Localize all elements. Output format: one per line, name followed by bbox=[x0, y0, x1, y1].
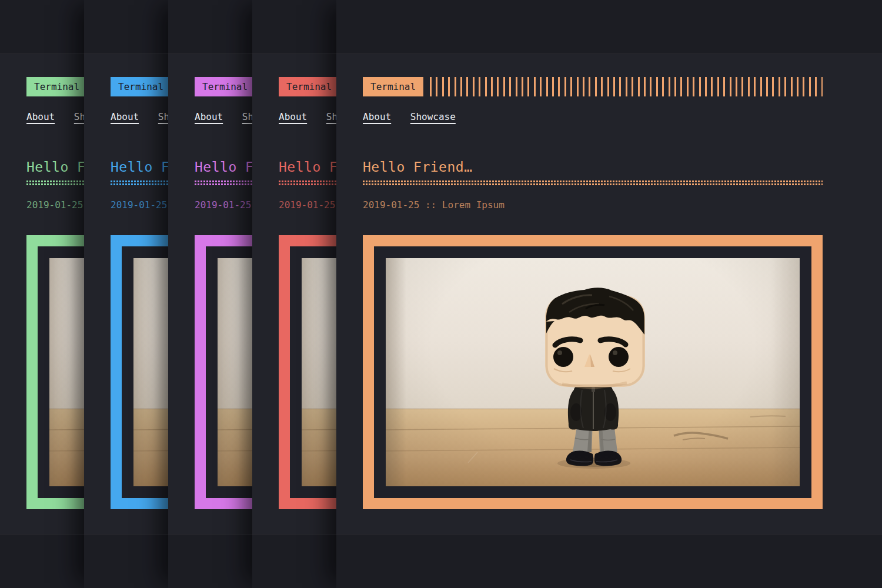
dot-row bbox=[363, 183, 823, 185]
post-title: Hello Friend… bbox=[363, 161, 823, 174]
site-header: Terminal bbox=[363, 77, 823, 96]
theme-showcase-stage: Terminal About Showcase Hello Friend… 20… bbox=[0, 0, 882, 588]
site-logo[interactable]: Terminal bbox=[26, 77, 87, 96]
nav-link-about[interactable]: About bbox=[195, 111, 223, 122]
theme-panel-orange: Terminal About Showcase Hello Friend… 20… bbox=[336, 0, 882, 588]
funko-pop-photo bbox=[386, 258, 800, 486]
site-logo[interactable]: Terminal bbox=[111, 77, 171, 96]
nav-link-about[interactable]: About bbox=[363, 111, 391, 122]
site-logo[interactable]: Terminal bbox=[195, 77, 255, 96]
header-bars-decoration bbox=[430, 77, 823, 96]
nav-link-about[interactable]: About bbox=[279, 111, 307, 122]
main-nav: About Showcase bbox=[363, 111, 823, 123]
photo-vignette bbox=[386, 258, 800, 486]
site-logo[interactable]: Terminal bbox=[363, 77, 423, 96]
post-meta: 2019-01-25 :: Lorem Ipsum bbox=[363, 201, 823, 209]
nav-link-about[interactable]: About bbox=[111, 111, 139, 122]
nav-link-about[interactable]: About bbox=[26, 111, 55, 122]
dot-row bbox=[363, 181, 823, 182]
post-image-frame bbox=[363, 235, 823, 509]
title-dotted-underline bbox=[363, 181, 823, 185]
site-logo[interactable]: Terminal bbox=[279, 77, 339, 96]
page-container: Terminal About Showcase Hello Friend… 20… bbox=[363, 77, 823, 509]
nav-link-showcase[interactable]: Showcase bbox=[410, 111, 456, 122]
